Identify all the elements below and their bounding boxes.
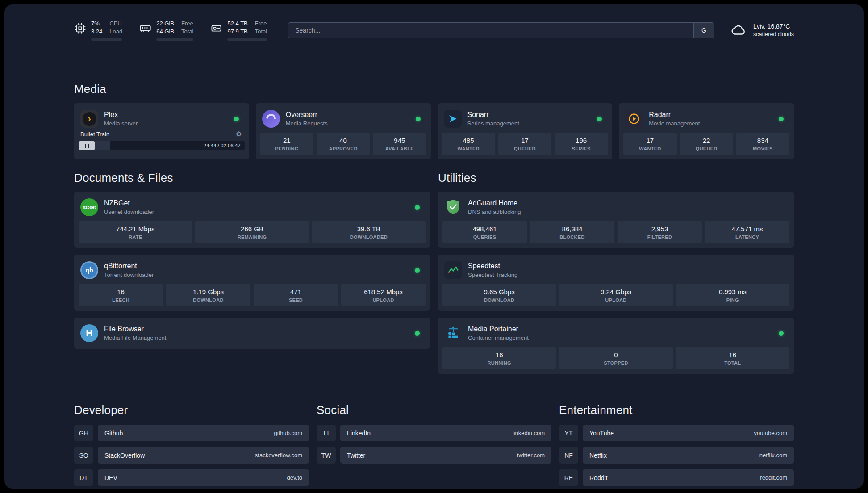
bookmark-youtube[interactable]: YT YouTube youtube.com: [559, 425, 794, 441]
bookmark-abbr: TW: [317, 447, 336, 464]
bookmark-link[interactable]: StackOverflow stackoverflow.com: [98, 447, 309, 464]
bookmark-stackoverflow[interactable]: SO StackOverflow stackoverflow.com: [74, 447, 309, 464]
search-input[interactable]: [288, 23, 693, 38]
app-desc: Series management: [467, 120, 519, 127]
bookmark-linkedin[interactable]: LI LinkedIn linkedin.com: [317, 425, 551, 441]
stat-download: 9.65 Gbps DOWNLOAD: [442, 284, 556, 306]
bookmark-link[interactable]: Reddit reddit.com: [583, 469, 794, 486]
bookmark-abbr: RE: [559, 469, 578, 486]
bookmark-reddit[interactable]: RE Reddit reddit.com: [559, 469, 794, 486]
pause-button[interactable]: [79, 141, 95, 150]
app-desc: Speedtest Tracking: [468, 272, 517, 278]
bookmark-github[interactable]: GH Github github.com: [74, 425, 309, 441]
stat-pending: 21 PENDING: [260, 133, 313, 155]
status-dot: [415, 205, 420, 210]
bookmark-twitter[interactable]: TW Twitter twitter.com: [317, 447, 551, 464]
status-dot: [234, 117, 239, 121]
overseerr-icon: [262, 110, 280, 128]
radarr-header: Radarr Movie management: [623, 108, 789, 133]
app-name: Overseerr: [286, 111, 328, 119]
bookmark-link[interactable]: Netflix netflix.com: [583, 447, 794, 464]
disk-free-label: Free: [255, 20, 267, 27]
card-plex[interactable]: › Plex Media server Bullet Train ⚙ 24:44…: [74, 103, 249, 159]
app-name: File Browser: [104, 325, 166, 333]
disk-widget: 52.4 TB Free 97.9 TB Total: [210, 20, 267, 41]
stat-upload: 618.52 Mbps UPLOAD: [341, 284, 426, 306]
bookmark-group-social: Social LI LinkedIn linkedin.com TW Twitt…: [317, 403, 551, 469]
bookmark-link[interactable]: Github github.com: [98, 425, 309, 441]
bookmark-abbr: DT: [74, 469, 93, 486]
search-bar: G: [288, 22, 714, 38]
playback-progress-bar[interactable]: 24:44 / 02:06:47: [79, 141, 245, 150]
cpu-icon: [74, 22, 86, 34]
bookmark-link[interactable]: YouTube youtube.com: [583, 425, 794, 441]
disk-total-value: 97.9 TB: [227, 28, 247, 35]
status-dot: [779, 331, 784, 336]
stat-remaining: 266 GB REMAINING: [195, 221, 309, 243]
dashboard: 7% CPU 3.24 Load 22 GiB Free 6: [4, 4, 864, 489]
plex-header: › Plex Media server: [79, 108, 245, 130]
nzbget-stats: 744.21 Mbps RATE 266 GB REMAINING 39.6 T…: [79, 221, 426, 243]
card-radarr[interactable]: Radarr Movie management 17 WANTED 22 QUE…: [619, 103, 794, 159]
card-nzbget[interactable]: nzbget NZBGet Usenet downloader 744.21 M…: [74, 192, 430, 248]
stat-stopped: 0 STOPPED: [559, 347, 672, 369]
bookmark-link[interactable]: LinkedIn linkedin.com: [340, 425, 551, 441]
settings-gear-icon[interactable]: ⚙: [236, 130, 242, 138]
speedtest-icon: [444, 261, 462, 279]
app-desc: Media File Management: [104, 334, 166, 341]
bookmark-link[interactable]: DEV dev.to: [98, 469, 309, 486]
card-filebrowser[interactable]: File Browser Media File Management: [74, 318, 430, 349]
filebrowser-icon: [80, 324, 98, 342]
card-speedtest[interactable]: Speedtest Speedtest Tracking 9.65 Gbps D…: [438, 255, 794, 311]
section-title-documents: Documents & Files: [74, 171, 430, 185]
section-title-entertainment: Entertainment: [559, 403, 794, 417]
utilities-column: Utilities: [438, 159, 794, 374]
card-overseerr[interactable]: Overseerr Media Requests 21 PENDING 40 A…: [256, 103, 431, 159]
ram-free-label: Free: [181, 20, 193, 27]
card-adguard[interactable]: AdGuard Home DNS and adblocking 498,461 …: [438, 192, 794, 248]
ram-widget: 22 GiB Free 64 GiB Total: [139, 20, 193, 41]
app-name: NZBGet: [104, 199, 154, 207]
stat-leech: 16 LEECH: [79, 284, 163, 306]
header-divider: [74, 54, 794, 54]
bookmark-netflix[interactable]: NF Netflix netflix.com: [559, 447, 794, 464]
section-title-social: Social: [317, 403, 551, 417]
disk-free-value: 52.4 TB: [227, 20, 247, 27]
qbittorrent-header: qb qBittorrent Torrent downloader: [79, 259, 426, 284]
app-name: Media Portainer: [468, 325, 529, 333]
stat-download: 1.19 Gbps DOWNLOAD: [166, 284, 250, 306]
stat-queries: 498,461 QUERIES: [442, 221, 527, 243]
disk-icon: [210, 22, 222, 34]
speedtest-stats: 9.65 Gbps DOWNLOAD 9.24 Gbps UPLOAD 0.99…: [442, 284, 789, 306]
bookmark-link[interactable]: Twitter twitter.com: [340, 447, 551, 464]
overseerr-header: Overseerr Media Requests: [260, 108, 426, 133]
mid-grid: Documents & Files nzbget NZBGet Usenet d…: [74, 159, 794, 374]
bookmark-abbr: NF: [559, 447, 578, 464]
cpu-progress-bar: [91, 38, 122, 41]
card-qbittorrent[interactable]: qb qBittorrent Torrent downloader 16 LEE…: [74, 255, 430, 311]
ram-total-label: Total: [181, 28, 193, 35]
stat-queued: 22 QUEUED: [680, 133, 733, 155]
media-grid: › Plex Media server Bullet Train ⚙ 24:44…: [74, 103, 794, 159]
stat-queued: 17 QUEUED: [498, 133, 551, 155]
bookmark-dev[interactable]: DT DEV dev.to: [74, 469, 309, 486]
stat-upload: 9.24 Gbps UPLOAD: [559, 284, 672, 306]
section-title-developer: Developer: [74, 403, 309, 417]
sonarr-icon: [444, 110, 462, 128]
status-dot: [597, 117, 602, 121]
app-name: Plex: [104, 111, 138, 119]
card-sonarr[interactable]: Sonarr Series management 485 WANTED 17 Q…: [438, 103, 613, 159]
card-portainer[interactable]: Media Portainer Container management 16 …: [438, 318, 794, 374]
now-playing-title: Bullet Train: [80, 131, 109, 138]
ram-progress-bar: [156, 38, 193, 41]
search-engine-button[interactable]: G: [693, 23, 714, 38]
app-desc: Media Requests: [286, 120, 328, 127]
stat-latency: 47.571 ms LATENCY: [705, 221, 789, 243]
ram-total-value: 64 GiB: [156, 28, 174, 35]
speedtest-header: Speedtest Speedtest Tracking: [442, 259, 789, 284]
stat-movies: 834 MOVIES: [736, 133, 789, 155]
stat-seed: 471 SEED: [254, 284, 338, 306]
status-dot: [415, 331, 420, 336]
portainer-icon: [444, 324, 462, 342]
stat-rate: 744.21 Mbps RATE: [79, 221, 192, 243]
